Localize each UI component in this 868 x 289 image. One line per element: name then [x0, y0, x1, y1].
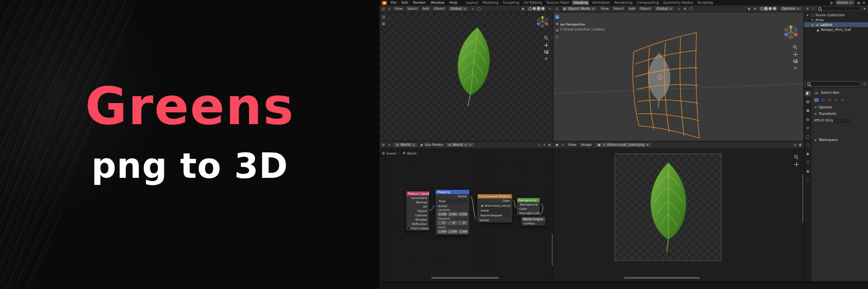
blender-logo-icon[interactable] [382, 1, 387, 5]
affect-locations-checkbox[interactable] [840, 119, 844, 123]
node-header[interactable]: Environment Texture [477, 194, 512, 198]
mapping-scale-field[interactable]: 1.000 [448, 229, 457, 234]
lattice-wireframe[interactable] [628, 28, 702, 139]
viewport-menu-item[interactable]: Select [406, 7, 419, 11]
workspace-tab[interactable]: Sculpting [501, 1, 521, 5]
mapping-type-dropdown[interactable]: Point [437, 199, 468, 203]
world-datablock-selector[interactable]: ⊕ World ◎ × [445, 142, 475, 147]
pan-icon[interactable] [793, 52, 797, 56]
menu-item[interactable]: Render [412, 1, 426, 5]
shading-wireframe-icon[interactable] [528, 7, 532, 10]
tool-cursor-icon[interactable]: ⊕ [381, 21, 386, 26]
options-dropdown[interactable]: Options ∨ [780, 6, 802, 11]
node-header[interactable]: Background [517, 198, 540, 202]
chevron-down-icon[interactable]: ∨ [542, 143, 546, 147]
workspace-tab[interactable]: Compositing [635, 1, 661, 5]
image-canvas-frame[interactable] [615, 153, 722, 261]
breadcrumb-world[interactable]: World [407, 151, 416, 155]
workspace-tab[interactable]: Shading [572, 1, 589, 5]
select-mode-subtract[interactable] [827, 98, 832, 102]
node-environment-texture[interactable]: Environment Texture Color ▣ Green-Leaf_c… [477, 194, 513, 223]
image-editor[interactable]: ▣ ∨ ViewImage ▣ ∨ Green-Leaf_color.png ×… [553, 142, 804, 282]
node-header[interactable]: Texture Coordinate [406, 191, 429, 196]
node-mapping[interactable]: Mapping Vector Point Vector Location 0.0… [435, 189, 470, 235]
unlink-icon[interactable]: × [469, 143, 473, 147]
snap-magnet-icon[interactable]: ∪ [677, 7, 681, 11]
mapping-scale-field[interactable]: 1.000 [437, 229, 447, 234]
workspace-tab[interactable]: Scripting [695, 1, 714, 5]
scene-selector[interactable]: Scene ∨ [835, 0, 855, 5]
xray-toggle-icon[interactable]: ⊞ [753, 7, 757, 11]
chevron-down-icon[interactable]: ∨ [387, 7, 391, 11]
pan-icon[interactable] [794, 162, 799, 166]
properties-tab[interactable]: ◉ [805, 169, 811, 175]
shading-material-icon[interactable] [537, 7, 540, 10]
outliner-row-lattice[interactable]: ▾ ⊞ Lattice [804, 22, 868, 27]
shading-rendered-icon[interactable] [773, 7, 776, 10]
mapping-location-field[interactable]: 0.000 [458, 212, 468, 216]
breadcrumb-scene[interactable]: Scene [386, 151, 396, 155]
zoom-icon[interactable] [794, 155, 799, 159]
proportional-edit-icon[interactable]: ◯ [477, 7, 481, 11]
editor-type-icon[interactable]: ⊚ [381, 143, 385, 147]
viewport-menu-item[interactable]: Object [639, 7, 652, 11]
shading-wireframe-icon[interactable] [760, 7, 763, 10]
pin-icon[interactable]: ◎ [464, 143, 468, 147]
menu-item[interactable]: Edit [400, 1, 410, 5]
node-texture-coordinate[interactable]: Texture Coordinate Generated Normal [406, 191, 430, 231]
node-socket[interactable] [429, 219, 430, 221]
filter-icon[interactable]: ▽ [863, 82, 866, 86]
workspace-tab[interactable]: Geometry Nodes [662, 1, 695, 5]
viewport-menu-item[interactable]: Add [422, 7, 431, 11]
mapping-rotation-field[interactable]: 0° [448, 221, 457, 225]
chevron-down-icon[interactable]: ∨ [561, 143, 565, 147]
editor-type-icon[interactable]: ▣ [555, 143, 559, 147]
active-tool-row[interactable]: ▭ Select Box [814, 89, 866, 95]
viewport-menu-item[interactable]: Add [627, 7, 636, 11]
from-instancer-checkbox[interactable] [409, 227, 410, 230]
ortho-grid-icon[interactable]: ⊞ [794, 66, 797, 70]
view-layer-icon[interactable]: ▤ [857, 1, 860, 5]
horizontal-scrollbar[interactable] [624, 277, 700, 279]
workspace-tab[interactable]: Animation [590, 1, 611, 5]
node-socket[interactable] [517, 208, 518, 210]
properties-tab[interactable]: ▽ [805, 160, 811, 166]
overlay-toggle-icon[interactable]: ◐ [521, 7, 525, 11]
outliner-row-scene-collection[interactable]: ▾ ▢ Scene Collection [804, 12, 868, 17]
overlay-toggle-icon[interactable]: ◐ [748, 7, 751, 11]
proportional-edit-icon[interactable]: ◯ [689, 7, 693, 11]
zoom-icon[interactable] [793, 44, 797, 49]
chevron-down-icon[interactable]: ∨ [548, 7, 552, 11]
workspace-tab[interactable]: Modeling [481, 1, 500, 5]
workspace-tab[interactable]: UV Editing [522, 1, 544, 5]
strength-row[interactable]: Strength 1.000 [517, 211, 540, 215]
node-socket[interactable] [429, 214, 430, 216]
transform-section-header[interactable]: ▾ Transform [814, 111, 866, 117]
pin-icon[interactable]: ◎ [793, 143, 797, 147]
snap-magnet-icon[interactable]: ∪ [537, 143, 541, 147]
menu-item[interactable]: File [390, 1, 398, 5]
caret-down-icon[interactable]: ▾ [810, 23, 814, 27]
mapping-rotation-field[interactable]: 0° [458, 221, 468, 225]
projection-dropdown[interactable]: Equirectangular [479, 213, 510, 217]
image-datablock-selector[interactable]: ▣ ∨ Green-Leaf_color.png × [595, 142, 652, 147]
image-menu-item[interactable]: Image [579, 143, 592, 147]
node-socket[interactable] [512, 200, 513, 202]
editor-type-icon[interactable]: ≡ [806, 7, 809, 11]
outliner-search[interactable] [816, 6, 861, 11]
node-world-output[interactable]: World Output Surface [521, 216, 546, 226]
viewport-menu-item[interactable]: View [393, 7, 404, 11]
vertical-scrollbar[interactable] [802, 174, 803, 223]
shader-editor[interactable]: ⊚ ∨ ⊕ World ∨ ✓ Use Nodes ⊕ World ◎ × [380, 142, 553, 282]
shading-solid-icon[interactable] [533, 7, 536, 10]
mode-selector[interactable]: ◧ Object Mode ∨ [561, 6, 597, 11]
workspace-tab[interactable]: Rendering [613, 1, 634, 5]
zoom-icon[interactable] [544, 35, 548, 40]
select-mode-new[interactable] [814, 98, 819, 102]
viewport-photo[interactable]: ◫ ∨ ViewSelectAddObject Global ∨ ∪ ◯ ◐ [380, 5, 553, 142]
vertical-scrollbar[interactable] [552, 234, 553, 266]
select-mode-invert[interactable] [833, 98, 839, 102]
workspace-tab[interactable]: Texture Paint [545, 1, 571, 5]
orientation-selector[interactable]: Global ∨ [448, 6, 469, 11]
node-socket[interactable] [436, 205, 437, 207]
